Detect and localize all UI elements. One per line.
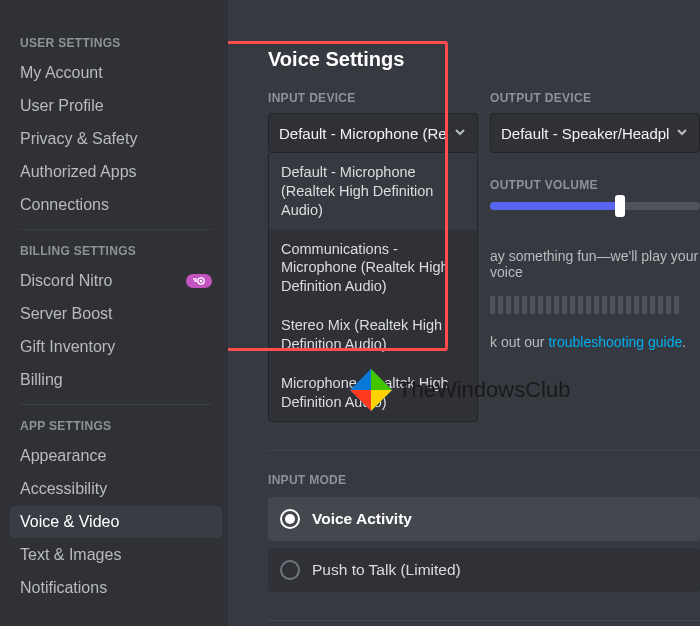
separator (268, 620, 700, 621)
troubleshoot-text: k out our troubleshooting guide. (490, 334, 700, 350)
input-mode-voice-activity[interactable]: Voice Activity (268, 497, 700, 541)
input-device-option[interactable]: Default - Microphone (Realtek High Defin… (269, 153, 477, 230)
nav-text-images[interactable]: Text & Images (10, 539, 222, 571)
nav-notifications[interactable]: Notifications (10, 572, 222, 604)
input-device-option[interactable]: Stereo Mix (Realtek High Definition Audi… (269, 306, 477, 364)
nav-gift-inventory[interactable]: Gift Inventory (10, 331, 222, 363)
nav-discord-nitro[interactable]: Discord Nitro (10, 265, 222, 297)
settings-sidebar: USER SETTINGS My Account User Profile Pr… (0, 0, 228, 626)
nav-billing[interactable]: Billing (10, 364, 222, 396)
nav-privacy-safety[interactable]: Privacy & Safety (10, 123, 222, 155)
input-mode-label: INPUT MODE (268, 473, 700, 487)
nav-connections[interactable]: Connections (10, 189, 222, 221)
separator (268, 450, 700, 451)
svg-point-1 (200, 280, 203, 283)
nav-server-boost[interactable]: Server Boost (10, 298, 222, 330)
nav-appearance[interactable]: Appearance (10, 440, 222, 472)
nav-voice-video[interactable]: Voice & Video (10, 506, 222, 538)
section-header-billing: BILLING SETTINGS (10, 238, 222, 264)
chevron-down-icon (675, 125, 689, 142)
watermark-logo-icon (348, 367, 394, 413)
radio-icon (280, 560, 300, 580)
troubleshooting-link[interactable]: troubleshooting guide (548, 334, 682, 350)
separator (20, 404, 212, 405)
nav-accessibility[interactable]: Accessibility (10, 473, 222, 505)
separator (20, 229, 212, 230)
output-volume-label: OUTPUT VOLUME (490, 178, 700, 192)
input-mode-push-to-talk[interactable]: Push to Talk (Limited) (268, 548, 700, 592)
nitro-badge-icon (186, 274, 212, 288)
section-header-app: APP SETTINGS (10, 413, 222, 439)
input-device-select[interactable]: Default - Microphone (Re (268, 113, 478, 153)
output-device-select[interactable]: Default - Speaker/Headpl (490, 113, 700, 153)
slider-fill (490, 202, 620, 210)
chevron-down-icon (453, 125, 467, 142)
input-device-label: INPUT DEVICE (268, 91, 478, 105)
mic-test-hint: ay something fun—we'll play your voice (490, 248, 700, 280)
input-mode-section: INPUT MODE Voice Activity Push to Talk (… (268, 473, 700, 592)
input-device-option[interactable]: Communications - Microphone (Realtek Hig… (269, 230, 477, 307)
svg-marker-3 (371, 369, 392, 390)
main-content: Voice Settings INPUT DEVICE Default - Mi… (228, 0, 700, 626)
svg-marker-4 (371, 390, 392, 411)
nav-user-profile[interactable]: User Profile (10, 90, 222, 122)
svg-marker-5 (350, 390, 371, 411)
page-title: Voice Settings (268, 48, 700, 71)
vu-meter (490, 296, 700, 314)
slider-thumb[interactable] (615, 195, 625, 217)
output-device-label: OUTPUT DEVICE (490, 91, 700, 105)
nav-my-account[interactable]: My Account (10, 57, 222, 89)
nav-authorized-apps[interactable]: Authorized Apps (10, 156, 222, 188)
watermark: TheWindowsClub (348, 367, 570, 413)
output-volume-slider[interactable] (490, 202, 700, 210)
radio-icon (280, 509, 300, 529)
section-header-user: USER SETTINGS (10, 30, 222, 56)
